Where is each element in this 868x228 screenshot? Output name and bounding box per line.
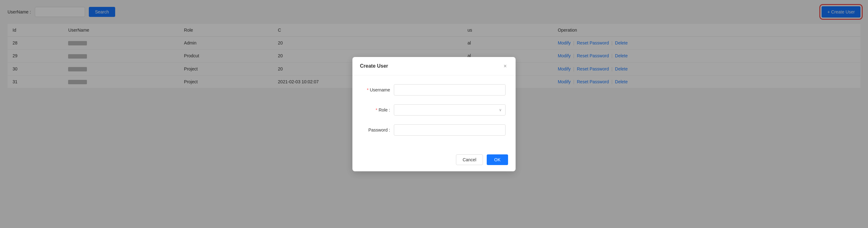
- modal-close-button[interactable]: ×: [502, 62, 508, 70]
- role-field-row: *Role : Admin Prodcut Project ∨: [363, 104, 505, 116]
- role-form-label: *Role :: [363, 107, 394, 112]
- cancel-button[interactable]: Cancel: [456, 154, 483, 165]
- modal-title: Create User: [360, 63, 388, 69]
- password-input[interactable]: [394, 124, 505, 136]
- role-select-wrapper: Admin Prodcut Project ∨: [394, 104, 505, 116]
- ok-button[interactable]: OK: [487, 154, 508, 165]
- modal-footer: Cancel OK: [352, 151, 516, 171]
- role-select[interactable]: Admin Prodcut Project: [394, 104, 505, 116]
- create-user-modal: Create User × *Username *Role : Admin: [352, 57, 516, 171]
- password-field-row: Password :: [363, 124, 505, 136]
- username-input[interactable]: [394, 84, 505, 96]
- modal-overlay: Create User × *Username *Role : Admin: [0, 0, 868, 228]
- modal-body: *Username *Role : Admin Prodcut Project …: [352, 75, 516, 151]
- username-required-star: *: [367, 87, 368, 92]
- username-field-row: *Username: [363, 84, 505, 96]
- password-form-label: Password :: [363, 127, 394, 132]
- role-required-star: *: [376, 107, 377, 112]
- username-form-label: *Username: [363, 87, 394, 92]
- modal-header: Create User ×: [352, 57, 516, 75]
